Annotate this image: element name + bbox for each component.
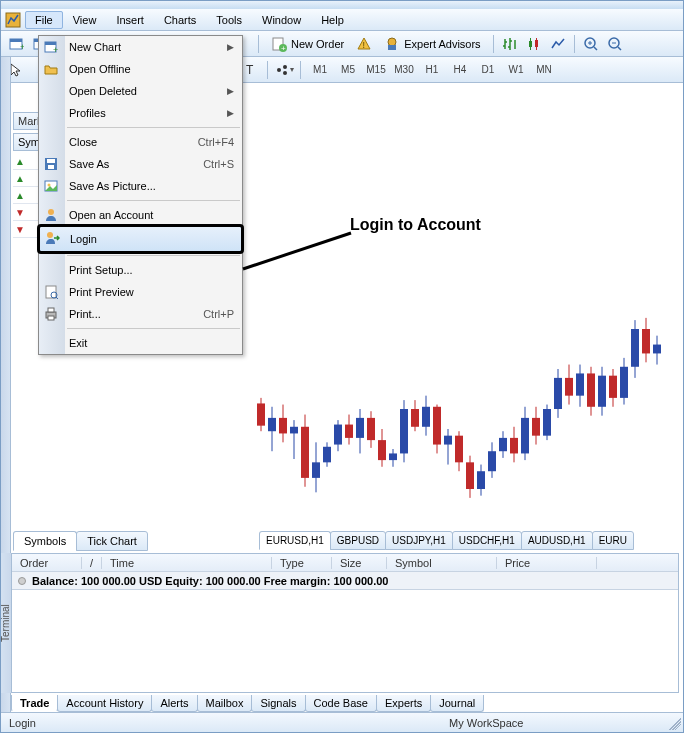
callout-label: Login to Account — [350, 216, 481, 234]
svg-rect-60 — [334, 425, 342, 445]
menu-item-print[interactable]: Print...Ctrl+P — [39, 303, 242, 325]
chart-tab[interactable]: USDCHF,H1 — [452, 531, 522, 550]
menu-item-profiles[interactable]: Profiles▶ — [39, 102, 242, 124]
menu-item-save-as-picture[interactable]: Save As Picture... — [39, 175, 242, 197]
menu-separator — [67, 200, 240, 201]
arrow-up-icon: ▲ — [15, 190, 25, 201]
toolbar-btn-chartwin[interactable]: + — [5, 33, 27, 55]
market-watch-row[interactable]: ▲ — [13, 153, 41, 170]
svg-rect-84 — [466, 462, 474, 489]
new-order-button[interactable]: + New Order — [264, 33, 351, 55]
expert-advisors-button[interactable]: Expert Advisors — [377, 33, 487, 55]
menu-item-print-setup[interactable]: Print Setup... — [39, 259, 242, 281]
menu-item-new-chart[interactable]: +New Chart▶ — [39, 36, 242, 58]
menu-item-login[interactable]: Login — [39, 226, 242, 252]
terminal-tab-mailbox[interactable]: Mailbox — [197, 695, 253, 712]
terminal-label: Terminal — [0, 553, 11, 693]
timeframe-m1[interactable]: M1 — [306, 61, 334, 79]
mw-tab-symbols[interactable]: Symbols — [13, 531, 77, 551]
timeframe-m15[interactable]: M15 — [362, 61, 390, 79]
terminal-col-type[interactable]: Type — [272, 557, 332, 569]
terminal-col-size[interactable]: Size — [332, 557, 387, 569]
timeframe-h1[interactable]: H1 — [418, 61, 446, 79]
terminal-col-[interactable]: / — [82, 557, 102, 569]
svg-rect-110 — [609, 376, 617, 398]
chart-tab[interactable]: GBPUSD — [330, 531, 386, 550]
terminal-tab-experts[interactable]: Experts — [376, 695, 431, 712]
menu-item-exit[interactable]: Exit — [39, 332, 242, 354]
menu-separator — [67, 328, 240, 329]
bar-chart-icon[interactable] — [499, 33, 521, 55]
terminal-tab-journal[interactable]: Journal — [430, 695, 484, 712]
timeframe-w1[interactable]: W1 — [502, 61, 530, 79]
svg-line-40 — [56, 297, 58, 299]
menu-item-close[interactable]: CloseCtrl+F4 — [39, 131, 242, 153]
svg-rect-78 — [433, 407, 441, 445]
svg-rect-92 — [510, 438, 518, 454]
menu-file[interactable]: File — [25, 11, 63, 29]
line-chart-icon[interactable] — [547, 33, 569, 55]
chart-tab[interactable]: AUDUSD,H1 — [521, 531, 593, 550]
chart-area[interactable] — [247, 109, 677, 529]
svg-rect-98 — [543, 409, 551, 436]
svg-rect-72 — [400, 409, 408, 453]
statusbar: Login My WorkSpace — [1, 712, 683, 732]
chart-tab[interactable]: USDJPY,H1 — [385, 531, 453, 550]
terminal-col-price[interactable]: Price — [497, 557, 597, 569]
svg-rect-56 — [312, 462, 320, 478]
timeframe-mn[interactable]: MN — [530, 61, 558, 79]
menu-item-label: Open Deleted — [69, 85, 137, 97]
status-left: Login — [9, 717, 36, 729]
menu-window[interactable]: Window — [252, 11, 311, 29]
svg-rect-68 — [378, 440, 386, 460]
svg-rect-76 — [422, 407, 430, 427]
svg-rect-46 — [257, 403, 265, 425]
menu-tools[interactable]: Tools — [206, 11, 252, 29]
market-watch-tabs: SymbolsTick Chart — [13, 531, 147, 551]
resize-grip-icon[interactable] — [669, 718, 681, 730]
terminal-tab-trade[interactable]: Trade — [11, 695, 58, 712]
callout-arrow — [233, 229, 363, 279]
menu-help[interactable]: Help — [311, 11, 354, 29]
menu-item-print-preview[interactable]: Print Preview — [39, 281, 242, 303]
menu-item-open-an-account[interactable]: Open an Account — [39, 204, 242, 226]
terminal-tab-account-history[interactable]: Account History — [57, 695, 152, 712]
alert-icon[interactable]: ! — [353, 33, 375, 55]
text-tool-icon[interactable]: T — [240, 59, 262, 81]
menu-view[interactable]: View — [63, 11, 107, 29]
market-watch-row[interactable]: ▲ — [13, 187, 41, 204]
svg-text:+: + — [281, 44, 286, 52]
terminal-col-order[interactable]: Order — [12, 557, 82, 569]
menu-item-open-deleted[interactable]: Open Deleted▶ — [39, 80, 242, 102]
market-watch-row[interactable]: ▼ — [13, 221, 41, 238]
chart-tab[interactable]: EURUSD,H1 — [259, 531, 331, 550]
zoom-in-icon[interactable] — [580, 33, 602, 55]
timeframe-m5[interactable]: M5 — [334, 61, 362, 79]
market-watch-row[interactable]: ▼ — [13, 204, 41, 221]
terminal-tab-signals[interactable]: Signals — [251, 695, 305, 712]
svg-point-11 — [388, 38, 396, 46]
mw-tab-tick-chart[interactable]: Tick Chart — [76, 531, 148, 551]
terminal-tab-alerts[interactable]: Alerts — [151, 695, 197, 712]
timeframe-m30[interactable]: M30 — [390, 61, 418, 79]
svg-line-44 — [243, 233, 351, 269]
svg-rect-50 — [279, 418, 287, 434]
terminal-col-symbol[interactable]: Symbol — [387, 557, 497, 569]
menu-item-open-offline[interactable]: Open Offline — [39, 58, 242, 80]
chart-tab[interactable]: EURU — [592, 531, 634, 550]
svg-rect-82 — [455, 436, 463, 463]
menu-charts[interactable]: Charts — [154, 11, 206, 29]
zoom-out-icon[interactable] — [604, 33, 626, 55]
menu-item-save-as[interactable]: Save AsCtrl+S — [39, 153, 242, 175]
menu-insert[interactable]: Insert — [106, 11, 154, 29]
chevron-right-icon: ▶ — [227, 42, 234, 52]
candle-chart-icon[interactable] — [523, 33, 545, 55]
objects-icon[interactable]: ▾ — [273, 59, 295, 81]
terminal-col-time[interactable]: Time — [102, 557, 272, 569]
terminal-balance-row: Balance: 100 000.00 USD Equity: 100 000.… — [12, 572, 678, 590]
market-watch-row[interactable]: ▲ — [13, 170, 41, 187]
terminal-tab-code-base[interactable]: Code Base — [305, 695, 377, 712]
timeframe-h4[interactable]: H4 — [446, 61, 474, 79]
menu-item-label: Print... — [69, 308, 101, 320]
timeframe-d1[interactable]: D1 — [474, 61, 502, 79]
